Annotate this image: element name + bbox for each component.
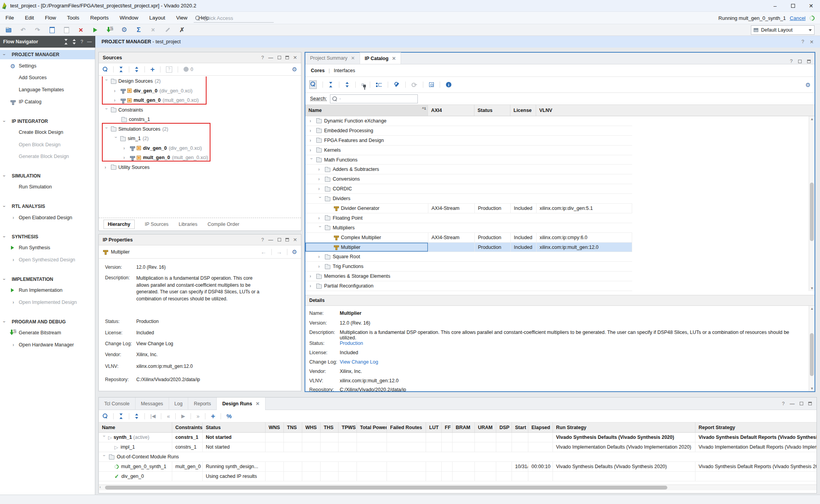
catalog-row-dynamic-function-exchange[interactable]: ›Dynamic Function eXchange [305,116,632,126]
ip-search-input[interactable]: - [330,94,418,103]
close-tab-icon[interactable]: ✕ [392,56,396,61]
chevron-right-icon[interactable]: › [318,215,322,221]
menu-tools[interactable]: Tools [62,12,85,24]
save-button[interactable] [48,26,56,34]
cancel-link[interactable]: Cancel [790,15,806,21]
column-total-power[interactable]: Total Power [357,422,387,432]
sidebar-item-settings[interactable]: ⚙Settings [0,61,95,71]
settings-gear-button[interactable]: ⚙ [120,26,128,34]
help-icon[interactable]: ? [790,59,793,64]
minimize-panel-icon[interactable]: — [268,237,273,243]
catalog-row-adders-subtracters[interactable]: ›Adders & Subtracters [305,165,632,174]
search-icon[interactable] [103,67,108,72]
change-log-link[interactable]: View Change Log [136,341,173,346]
catalog-row-divider-generator[interactable]: Divider GeneratorAXI4-StreamProductionIn… [305,204,632,213]
stop-button[interactable]: × [77,26,85,34]
column-constraints[interactable]: Constraints [172,422,203,432]
menu-reports[interactable]: Reports [85,12,114,24]
catalog-row-floating-point[interactable]: ›Floating Point [305,213,632,223]
maximize-panel-icon[interactable] [278,56,281,59]
expand-all-icon[interactable] [135,67,139,72]
help-icon[interactable]: ? [802,39,804,44]
column-report-strategy[interactable]: Report Strategy [695,422,816,432]
column-wns[interactable]: WNS [266,422,284,432]
column-tpws[interactable]: TPWS [339,422,357,432]
create-run-icon[interactable]: + [211,413,215,419]
chip-icon[interactable] [429,82,434,87]
sidebar-item-create-block-design[interactable]: Create Block Design [0,128,95,137]
chevron-expanded-icon[interactable]: › [317,226,323,230]
column-dsp[interactable]: DSP [496,422,512,432]
tab-ip-catalog[interactable]: IP Catalog✕ [360,52,401,64]
tree-row-constrs-1[interactable]: constrs_1 [99,115,301,124]
scroll-up-icon[interactable]: ▲ [809,116,815,122]
collapse-all-icon[interactable] [64,39,68,44]
details-status-value[interactable]: Production [340,341,363,346]
filter-pin-button[interactable] [362,83,364,86]
catalog-row-complex-multiplier[interactable]: Complex MultiplierAXI4-StreamProductionI… [305,233,632,243]
float-panel-icon[interactable] [807,60,811,63]
sidebar-item-add-sources[interactable]: Add Sources [0,73,95,82]
run-row-div-gen-0[interactable]: ✓div_gen_0 Using cached IP results [99,472,816,481]
collapse-all-icon[interactable] [119,67,123,72]
subtab-interfaces[interactable]: Interfaces [334,68,355,73]
scroll-down-icon[interactable]: ▼ [809,286,815,291]
catalog-row-math-functions[interactable]: ›Math Functions [305,155,632,165]
column-header-vlnv[interactable]: VLNV [536,105,632,116]
chevron-expanded-icon[interactable]: › [103,127,109,131]
percent-icon[interactable]: % [226,413,232,419]
copy-button[interactable] [62,26,70,34]
search-toggle-button[interactable] [309,80,317,89]
chevron-right-icon[interactable]: › [114,88,118,94]
column-elapsed[interactable]: Elapsed [528,422,553,432]
catalog-row-fpga-features[interactable]: ›FPGA Features and Design [305,136,632,146]
collapse-all-icon[interactable] [329,82,333,87]
report-sigma-button[interactable]: Σ [135,26,143,34]
column-start[interactable]: Start [512,422,528,432]
scroll-up-icon[interactable]: ▲ [809,306,815,311]
catalog-row-dividers[interactable]: ›Dividers [305,194,632,204]
tab-reports[interactable]: Reports [188,398,217,410]
sidebar-item-language-templates[interactable]: Language Templates [0,85,95,94]
catalog-row-multiplier-selected[interactable]: MultiplierProductionIncludedxilinx.com:i… [305,243,632,252]
float-panel-icon[interactable] [285,56,289,59]
chevron-right-icon[interactable]: › [310,137,314,143]
chevron-right-icon[interactable]: › [123,155,127,161]
sidebar-item-open-elaborated-design[interactable]: ›Open Elaborated Design [0,213,95,222]
scroll-left-icon[interactable]: ‹ [100,485,101,489]
chevron-right-icon[interactable]: › [318,176,322,182]
tree-row-utility-sources[interactable]: ›Utility Sources [99,163,301,172]
sidebar-item-generate-bitstream[interactable]: 0110Generate Bitstream [0,328,95,337]
ip-catalog-scrollbar[interactable]: ▲ ▼ [809,116,815,291]
tab-project-summary[interactable]: Project Summary✕ [305,52,360,64]
menu-window[interactable]: Window [114,12,144,24]
chevron-right-icon[interactable]: › [310,118,314,124]
expand-all-icon[interactable] [135,413,139,419]
help-icon[interactable]: ? [261,237,264,243]
gear-icon[interactable]: ⚙ [806,82,811,88]
chevron-right-icon[interactable]: › [114,98,118,103]
sidebar-item-project-manager[interactable]: ›PROJECT MANAGER [0,50,95,59]
chevron-expanded-icon[interactable]: › [308,158,314,162]
chevron-right-icon[interactable]: › [310,128,314,133]
customize-ip-icon[interactable] [394,82,399,87]
run-row-ooc-group[interactable]: ›Out-of-Context Module Runs [99,452,816,462]
tree-row-sim-1[interactable]: ›sim_1(2) [99,134,301,144]
maximize-panel-icon[interactable] [278,238,281,241]
catalog-row-embedded-processing[interactable]: ›Embedded Processing [305,126,632,136]
minimize-panel-icon[interactable]: — [268,55,273,60]
tree-row-constraints[interactable]: ›Constraints [99,105,301,115]
menu-file[interactable]: File [0,12,20,24]
chevron-expanded-icon[interactable]: › [103,79,109,83]
sidebar-section-implementation[interactable]: ›IMPLEMENTATION [0,275,95,284]
tree-row-design-sources[interactable]: ›Design Sources(2) [99,76,301,86]
column-whs[interactable]: WHS [302,422,321,432]
close-panel-icon[interactable]: ✕ [293,237,297,243]
search-icon[interactable] [103,413,108,419]
catalog-row-square-root[interactable]: ›Square Root [305,252,632,262]
chevron-right-icon[interactable]: › [318,167,322,172]
run-row-synth-1[interactable]: ›▷synth_1 (active) constrs_1 Not started… [99,433,816,442]
chevron-right-icon[interactable]: › [318,254,322,260]
sidebar-item-run-simulation[interactable]: Run Simulation [0,182,95,192]
chevron-expanded-icon[interactable]: › [113,137,119,140]
